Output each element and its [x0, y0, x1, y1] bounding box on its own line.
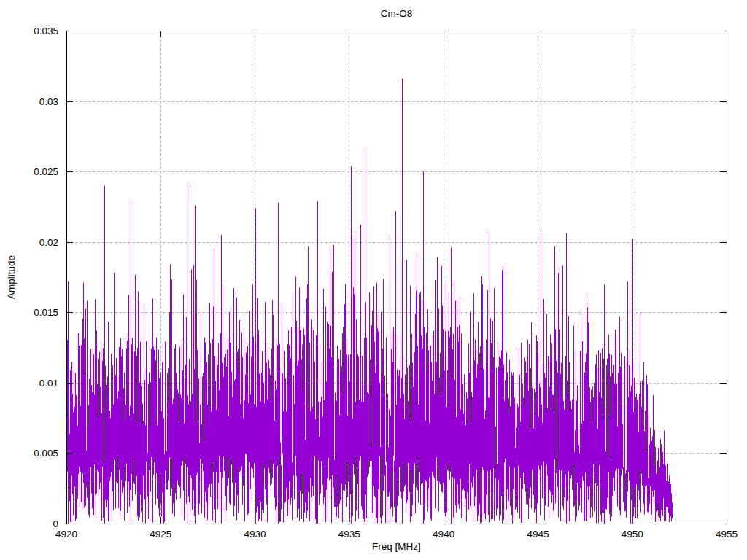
x-tick-label: 4930 [244, 529, 266, 540]
y-tick-label: 0.03 [39, 96, 58, 107]
x-tick-label: 4935 [338, 529, 360, 540]
x-tick-label: 4925 [150, 529, 171, 540]
y-tick-label: 0.01 [39, 378, 58, 389]
x-tick-label: 4945 [527, 529, 549, 540]
x-tick-label: 4920 [55, 529, 77, 540]
x-tick-label: 4940 [433, 529, 454, 540]
y-tick-label: 0.035 [34, 26, 58, 36]
gnuplot-chart-window: Cm-O8 Amplitude Freq [MHz] 4920492549304… [0, 0, 747, 560]
plot-area: 4920492549304935494049454950495500.0050.… [0, 0, 747, 560]
noise-series [67, 211, 673, 524]
y-tick-label: 0.02 [39, 237, 58, 248]
y-tick-label: 0 [53, 518, 58, 529]
y-tick-label: 0.005 [34, 448, 58, 459]
y-tick-label: 0.015 [34, 307, 58, 318]
x-tick-label: 4950 [622, 529, 643, 540]
y-tick-label: 0.025 [34, 166, 58, 177]
x-tick-label: 4955 [716, 529, 738, 540]
